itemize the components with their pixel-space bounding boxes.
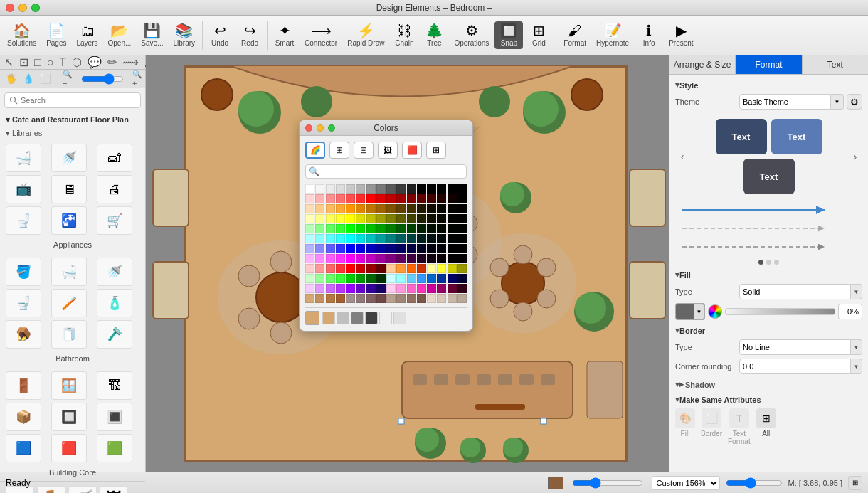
color-cell[interactable] <box>448 224 457 233</box>
color-cell[interactable] <box>315 274 324 283</box>
color-cell[interactable] <box>386 194 396 203</box>
recent-color-2[interactable] <box>337 312 349 324</box>
arrow-row-0[interactable] <box>675 203 862 217</box>
theme-select[interactable]: Basic Theme <box>739 94 831 110</box>
shape-item[interactable]: 🧻 <box>51 320 87 349</box>
color-cell[interactable] <box>346 224 355 233</box>
color-cell[interactable] <box>386 254 396 263</box>
zoom-in-btn[interactable]: 🔍+ <box>132 70 142 88</box>
color-cell[interactable] <box>336 274 345 283</box>
popup-close-btn[interactable] <box>305 124 312 132</box>
color-cell[interactable] <box>448 284 457 293</box>
color-cell[interactable] <box>427 244 436 253</box>
color-cell[interactable] <box>336 284 345 293</box>
color-cell[interactable] <box>326 194 335 203</box>
line-tool[interactable]: ⟿ <box>122 55 139 69</box>
tool-open[interactable]: 📂 Open... <box>104 21 136 49</box>
color-cell[interactable] <box>326 234 335 243</box>
theme-preview-1[interactable]: Text <box>771 119 822 154</box>
status-color-swatch[interactable] <box>548 477 563 489</box>
color-cell[interactable] <box>315 234 324 243</box>
color-cell[interactable] <box>346 234 355 243</box>
color-cell[interactable] <box>427 254 436 263</box>
recent-color-4[interactable] <box>365 312 378 324</box>
color-cell[interactable] <box>326 184 335 194</box>
color-cell[interactable] <box>448 274 457 283</box>
color-cell[interactable] <box>376 244 386 253</box>
color-cell[interactable] <box>417 264 426 273</box>
color-cell[interactable] <box>356 184 365 194</box>
color-mode-wheel[interactable]: 🌈 <box>305 142 325 159</box>
color-mode-list[interactable]: ⊟ <box>354 142 374 159</box>
theme-gear-button[interactable]: ⚙ <box>847 94 862 110</box>
color-cell[interactable] <box>448 254 457 263</box>
color-cell[interactable] <box>457 244 467 253</box>
tool-rapid-draw[interactable]: ⚡ Rapid Draw <box>343 21 388 49</box>
tool-hypernote[interactable]: 📝 Hypernote <box>592 21 633 49</box>
shape-item[interactable]: 📦 <box>6 403 41 431</box>
tool-save[interactable]: 💾 Save... <box>137 21 167 49</box>
color-cell[interactable] <box>427 184 436 194</box>
tool-tree[interactable]: 🌲 Tree <box>420 21 448 49</box>
color-cell[interactable] <box>448 244 457 253</box>
color-cell[interactable] <box>366 264 376 273</box>
theme-card-2[interactable]: Text <box>743 159 795 194</box>
color-cell[interactable] <box>407 264 416 273</box>
shape-item[interactable]: 🛋 <box>97 144 132 172</box>
color-cell[interactable] <box>356 244 365 253</box>
color-cell[interactable] <box>437 294 446 303</box>
shape-item[interactable]: 🖥 <box>51 175 87 203</box>
color-cell[interactable] <box>305 224 314 233</box>
color-cell[interactable] <box>336 254 345 263</box>
color-cell[interactable] <box>326 294 335 303</box>
make-same-border[interactable]: ⬜ Border <box>701 408 722 445</box>
color-cell[interactable] <box>407 184 416 194</box>
tab-format[interactable]: Format <box>736 55 802 74</box>
color-cell[interactable] <box>376 294 386 303</box>
color-cell[interactable] <box>346 194 355 203</box>
color-cell[interactable] <box>448 234 457 243</box>
make-same-all[interactable]: ⊞ All <box>756 408 776 445</box>
color-cell[interactable] <box>305 194 314 203</box>
shape-item[interactable]: 🪥 <box>51 289 87 317</box>
color-cell[interactable] <box>315 294 324 303</box>
color-cell[interactable] <box>336 264 345 273</box>
color-cell[interactable] <box>437 224 446 233</box>
color-cell[interactable] <box>457 224 467 233</box>
color-cell[interactable] <box>305 294 314 303</box>
color-cell[interactable] <box>427 234 436 243</box>
color-cell[interactable] <box>356 214 365 223</box>
color-cell[interactable] <box>427 274 436 283</box>
color-cell[interactable] <box>457 184 467 194</box>
color-cell[interactable] <box>417 194 426 203</box>
recent-color-5[interactable] <box>379 312 392 324</box>
tool-format[interactable]: 🖌 Format <box>559 21 591 49</box>
color-cell[interactable] <box>417 274 426 283</box>
color-cell[interactable] <box>366 214 376 223</box>
color-cell[interactable] <box>386 204 396 213</box>
color-cell[interactable] <box>336 294 345 303</box>
theme-card-1[interactable]: Text <box>771 119 822 154</box>
color-cell[interactable] <box>366 184 376 194</box>
color-cell[interactable] <box>386 244 396 253</box>
maximize-button[interactable] <box>31 4 40 12</box>
color-cell[interactable] <box>315 214 324 223</box>
color-cell[interactable] <box>315 204 324 213</box>
color-cell[interactable] <box>407 284 416 293</box>
color-cell[interactable] <box>407 224 416 233</box>
popup-window-controls[interactable] <box>305 124 335 132</box>
shape-item[interactable]: 🪤 <box>6 320 41 349</box>
color-cell[interactable] <box>305 214 314 223</box>
fill-opacity-value[interactable]: 0% <box>838 304 862 319</box>
color-cell[interactable] <box>386 264 396 273</box>
corner-rounding-arrow[interactable]: ▼ <box>851 359 862 374</box>
recent-color-3[interactable] <box>351 312 364 324</box>
color-cell[interactable] <box>457 264 467 273</box>
bottom-icon-3[interactable]: 🖼 <box>100 486 128 493</box>
status-color-slider[interactable] <box>572 480 643 486</box>
arrow-row-1[interactable] <box>675 221 862 235</box>
style-header[interactable]: Style <box>675 80 862 90</box>
ellipse-tool[interactable]: ○ <box>47 56 54 69</box>
color-cell[interactable] <box>448 204 457 213</box>
color-cell[interactable] <box>326 204 335 213</box>
